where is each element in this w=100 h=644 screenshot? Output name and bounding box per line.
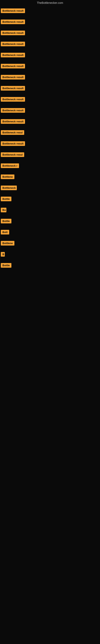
bottleneck-badge-21[interactable]: Bott (1, 230, 9, 234)
bottleneck-badge-15[interactable]: Bottleneck r (1, 164, 19, 168)
badge-row-14: Bottleneck resul (0, 150, 100, 160)
badge-row-8: Bottleneck result (0, 83, 100, 94)
bottleneck-badge-8[interactable]: Bottleneck result (1, 86, 25, 90)
bottleneck-badge-22[interactable]: Bottlene (1, 241, 14, 246)
badge-row-20: Bottle (0, 216, 100, 227)
bottleneck-badge-16[interactable]: Bottlene (1, 174, 14, 179)
badge-row-23: B (0, 249, 100, 260)
bottleneck-badge-20[interactable]: Bottle (1, 219, 11, 224)
bottleneck-badge-7[interactable]: Bottleneck result (1, 75, 25, 80)
bottleneck-badge-13[interactable]: Bottleneck result (1, 141, 25, 146)
badge-row-18: Bottle (0, 194, 100, 205)
badge-row-2: Bottleneck result (0, 17, 100, 28)
bottleneck-badge-23[interactable]: B (1, 252, 5, 256)
bottleneck-badge-2[interactable]: Bottleneck result (1, 20, 25, 24)
badge-row-12: Bottleneck resul (0, 128, 100, 138)
bottleneck-badge-5[interactable]: Bottleneck result (1, 53, 25, 57)
bottleneck-badge-9[interactable]: Bottleneck result (1, 97, 25, 102)
badge-row-10: Bottleneck result (0, 105, 100, 116)
badge-row-22: Bottlene (0, 238, 100, 249)
badge-row-6: Bottleneck result (0, 61, 100, 72)
badge-row-1: Bottleneck result (0, 6, 100, 17)
badge-row-13: Bottleneck result (0, 138, 100, 150)
bottleneck-badge-4[interactable]: Bottleneck result (1, 42, 25, 46)
bottleneck-badge-11[interactable]: Bottleneck result (1, 119, 25, 124)
site-title: TheBottlenecker.com (0, 0, 100, 6)
badge-row-7: Bottleneck result (0, 72, 100, 83)
badges-container: Bottleneck resultBottleneck resultBottle… (0, 6, 100, 271)
bottleneck-badge-24[interactable]: Bottle (1, 263, 11, 268)
badge-row-4: Bottleneck result (0, 39, 100, 50)
badge-row-15: Bottleneck r (0, 160, 100, 172)
badge-row-11: Bottleneck result (0, 116, 100, 128)
badge-row-17: Bottleneck (0, 183, 100, 194)
page-container: TheBottlenecker.com Bottleneck resultBot… (0, 0, 100, 271)
bottleneck-badge-12[interactable]: Bottleneck resul (1, 130, 24, 135)
bottleneck-badge-19[interactable]: Bo (1, 208, 6, 212)
bottleneck-badge-6[interactable]: Bottleneck result (1, 64, 25, 68)
bottleneck-badge-18[interactable]: Bottle (1, 196, 11, 201)
bottleneck-badge-17[interactable]: Bottleneck (1, 186, 17, 190)
badge-row-5: Bottleneck result (0, 50, 100, 61)
bottleneck-badge-10[interactable]: Bottleneck result (1, 108, 25, 113)
badge-row-9: Bottleneck result (0, 94, 100, 105)
badge-row-24: Bottle (0, 260, 100, 271)
badge-row-19: Bo (0, 205, 100, 216)
badge-row-21: Bott (0, 227, 100, 238)
bottleneck-badge-3[interactable]: Bottleneck result (1, 30, 25, 35)
badge-row-16: Bottlene (0, 172, 100, 183)
badge-row-3: Bottleneck result (0, 28, 100, 39)
bottleneck-badge-1[interactable]: Bottleneck result (1, 8, 25, 13)
bottleneck-badge-14[interactable]: Bottleneck resul (1, 152, 24, 157)
